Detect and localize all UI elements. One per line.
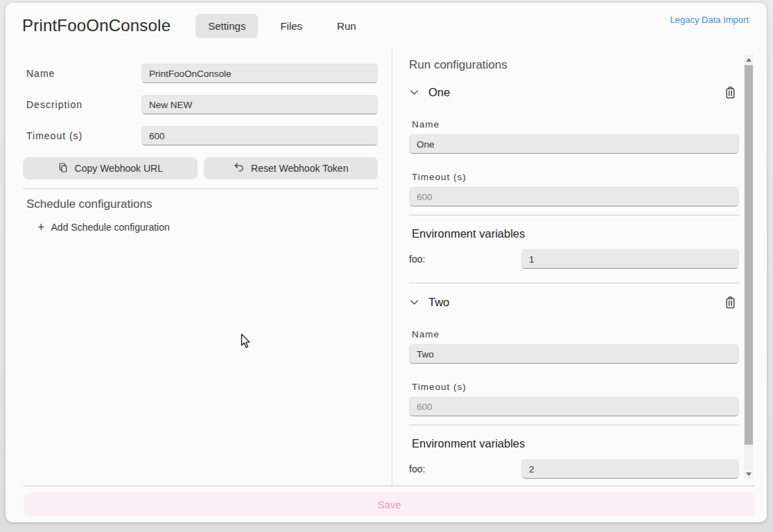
config-timeout-input[interactable] [409,187,739,206]
env-var-key: foo: [409,254,521,265]
env-var-key: foo: [409,463,521,475]
divider [23,188,378,189]
tab-bar: Settings Files Run [196,14,368,38]
env-var-row: foo: [409,459,739,479]
name-field-row: Name [26,64,378,83]
environment-variables-heading: Environment variables [412,437,739,450]
description-label: Description [26,99,141,110]
add-schedule-configuration-label: Add Schedule configuration [51,222,170,233]
name-label: Name [26,68,141,79]
app-header: PrintFooOnConsole Settings Files Run Leg… [6,3,767,48]
run-config-title: One [428,86,450,99]
trash-icon [723,85,738,100]
config-timeout-label: Timeout (s) [412,172,739,182]
timeout-label: Timeout (s) [26,130,141,141]
tab-files[interactable]: Files [268,14,315,38]
env-var-value-input[interactable] [521,249,739,269]
divider [409,425,739,425]
config-timeout-input[interactable] [409,397,739,416]
name-input[interactable] [141,64,378,83]
chevron-down-icon[interactable] [409,297,419,308]
run-configurations-panel: Run configurations One Name Timeout (s) [392,48,767,486]
schedule-configurations-heading: Schedule configurations [26,197,378,211]
run-config-section-two: Two Name Timeout (s) Environment variabl… [409,289,739,479]
copy-webhook-url-button[interactable]: Copy Webhook URL [23,157,198,179]
config-name-label: Name [412,119,739,130]
config-name-label: Name [412,329,739,339]
app-window: PrintFooOnConsole Settings Files Run Leg… [6,3,767,522]
scroll-down-arrow[interactable] [744,469,754,479]
footer-bar: Save [24,486,755,516]
description-input[interactable] [141,95,378,114]
delete-run-config-button[interactable] [723,85,738,100]
copy-webhook-url-label: Copy Webhook URL [75,163,163,174]
environment-variables-heading: Environment variables [412,227,739,240]
env-var-value-input[interactable] [521,459,739,479]
reset-webhook-token-button[interactable]: Reset Webhook Token [204,157,379,179]
undo-arrow-icon [233,161,245,175]
webhook-button-row: Copy Webhook URL Reset Webhook Token [23,157,378,179]
timeout-field-row: Timeout (s) [26,126,378,145]
divider [409,215,739,215]
vertical-scrollbar[interactable] [744,54,754,479]
main-content: Name Description Timeout (s) Copy Webhoo… [6,48,767,486]
tab-settings[interactable]: Settings [196,14,258,38]
add-schedule-configuration-button[interactable]: + Add Schedule configuration [37,221,170,233]
copy-icon [58,162,69,175]
tab-run[interactable]: Run [324,14,369,38]
trash-icon [723,294,738,310]
run-config-title: Two [428,296,449,309]
config-name-input[interactable] [409,134,739,154]
description-field-row: Description [26,95,378,114]
config-timeout-label: Timeout (s) [412,382,739,392]
plus-icon: + [37,221,45,233]
save-button[interactable]: Save [24,493,755,516]
run-config-section-one: One Name Timeout (s) Environment variabl… [409,79,739,283]
divider [409,283,739,283]
config-name-input[interactable] [409,344,739,364]
legacy-data-import-link[interactable]: Legacy Data Import [670,15,749,25]
timeout-input[interactable] [141,126,378,145]
scrollbar-thumb[interactable] [745,65,753,445]
delete-run-config-button[interactable] [723,294,738,310]
chevron-down-icon[interactable] [409,87,419,98]
run-config-header[interactable]: One [409,79,739,104]
env-var-row: foo: [409,249,739,269]
run-config-header[interactable]: Two [409,289,739,314]
run-configurations-heading: Run configurations [409,58,739,72]
reset-webhook-token-label: Reset Webhook Token [251,163,348,174]
scroll-up-arrow[interactable] [744,55,754,64]
page-title: PrintFooOnConsole [22,16,171,35]
settings-panel: Name Description Timeout (s) Copy Webhoo… [6,48,392,486]
